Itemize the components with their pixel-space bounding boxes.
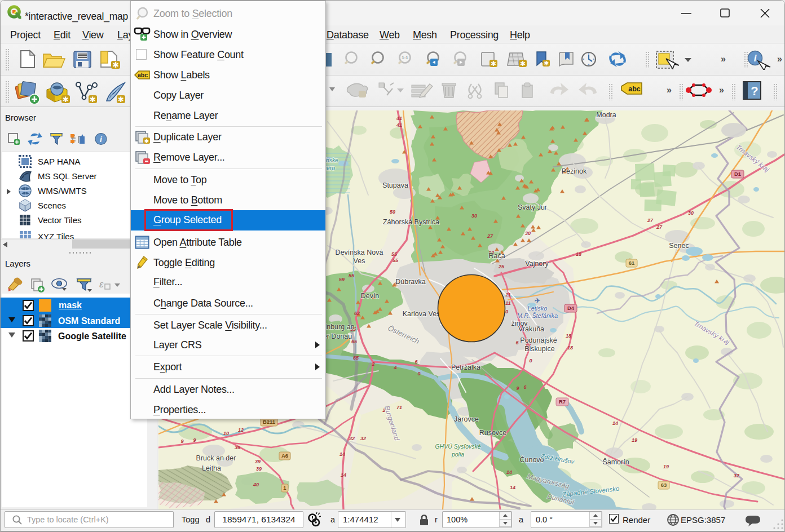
- svg-text:55: 55: [349, 273, 355, 278]
- svg-text:polia: polia: [451, 451, 464, 458]
- svg-text:55: 55: [392, 258, 399, 263]
- svg-text:Jarovce: Jarovce: [454, 415, 479, 423]
- svg-text:Vrakuňa: Vrakuňa: [518, 325, 544, 333]
- svg-text:Svätý Jur: Svätý Jur: [518, 203, 547, 211]
- svg-text:Ves: Ves: [354, 257, 365, 265]
- svg-text:Karlova Ves: Karlova Ves: [403, 310, 440, 318]
- svg-text:10: 10: [223, 431, 229, 436]
- svg-text:Podunajské: Podunajské: [520, 336, 557, 344]
- svg-text:40: 40: [253, 482, 259, 487]
- svg-text:59: 59: [339, 277, 345, 282]
- svg-text:B211: B211: [263, 419, 276, 425]
- svg-text:32: 32: [360, 436, 366, 441]
- svg-text:27: 27: [647, 218, 654, 223]
- svg-text:36: 36: [235, 445, 241, 450]
- svg-text:R7: R7: [559, 398, 566, 405]
- svg-text:✱: ✱: [90, 95, 96, 104]
- svg-text:25: 25: [498, 264, 505, 269]
- svg-text:✱: ✱: [112, 60, 119, 69]
- svg-text:abc: abc: [628, 85, 641, 93]
- svg-text:2: 2: [371, 361, 374, 367]
- svg-text:Stupava: Stupava: [382, 181, 408, 189]
- svg-text:41: 41: [396, 116, 402, 121]
- svg-text:Letisko: Letisko: [528, 305, 548, 312]
- svg-text:11: 11: [505, 300, 510, 306]
- svg-text:Záhorská Bystrica: Záhorská Bystrica: [383, 218, 439, 226]
- svg-text:Vajnory: Vajnory: [525, 260, 549, 268]
- svg-text:Rača: Rača: [488, 252, 505, 260]
- svg-text:30: 30: [688, 210, 694, 216]
- svg-text:9: 9: [180, 438, 183, 444]
- svg-text:71: 71: [396, 405, 402, 410]
- svg-text:✱: ✱: [144, 138, 149, 144]
- svg-text:A6: A6: [281, 453, 288, 459]
- svg-text:Petržalka: Petržalka: [451, 363, 480, 371]
- svg-text:39: 39: [255, 459, 261, 464]
- svg-text:9: 9: [193, 437, 196, 443]
- svg-text:18: 18: [566, 333, 571, 339]
- svg-text:9: 9: [516, 385, 519, 391]
- svg-text:D4: D4: [567, 305, 575, 311]
- svg-text:Šamorín: Šamorín: [602, 458, 629, 466]
- svg-text:M.R. Štefánika: M.R. Štefánika: [517, 312, 558, 319]
- svg-text:Modra: Modra: [596, 111, 616, 119]
- svg-text:61: 61: [629, 260, 635, 266]
- svg-text:✱: ✱: [520, 60, 526, 68]
- svg-text:?: ?: [751, 84, 758, 98]
- svg-text:Leitha: Leitha: [202, 464, 221, 472]
- svg-text:27: 27: [487, 233, 493, 239]
- svg-text:Devínska Nová: Devínska Nová: [336, 249, 383, 256]
- svg-text:✱: ✱: [544, 60, 549, 66]
- svg-text:14: 14: [612, 420, 618, 426]
- svg-text:62: 62: [354, 311, 360, 316]
- svg-text:ε: ε: [99, 279, 104, 290]
- svg-text:14: 14: [506, 469, 512, 475]
- svg-text:»: »: [777, 54, 782, 64]
- svg-text:ainburg an: ainburg an: [321, 323, 354, 331]
- svg-text:0: 0: [529, 358, 532, 363]
- svg-text:»: »: [721, 54, 726, 64]
- svg-text:Devín: Devín: [361, 292, 380, 300]
- svg-text:32: 32: [349, 436, 355, 441]
- svg-text:»: »: [719, 85, 724, 95]
- svg-text:65: 65: [353, 355, 359, 361]
- svg-text:41: 41: [396, 122, 402, 128]
- svg-text:Senec: Senec: [669, 242, 689, 250]
- svg-text:✱: ✱: [118, 95, 124, 104]
- svg-text:✱: ✱: [63, 95, 69, 104]
- svg-text:14: 14: [510, 485, 515, 490]
- svg-text:18: 18: [576, 251, 581, 257]
- svg-text:50: 50: [390, 209, 395, 215]
- svg-text:Bruck an der: Bruck an der: [196, 454, 236, 462]
- svg-text:Dúbravka: Dúbravka: [395, 278, 426, 286]
- svg-text:19: 19: [663, 464, 669, 469]
- svg-text:39: 39: [256, 466, 262, 472]
- svg-text:1: 1: [283, 485, 286, 491]
- svg-text:14: 14: [339, 451, 345, 457]
- svg-text:14: 14: [341, 472, 346, 478]
- svg-text:32: 32: [734, 473, 739, 478]
- svg-text:D1: D1: [734, 171, 742, 177]
- svg-text:30: 30: [525, 230, 531, 236]
- svg-text:0: 0: [417, 371, 420, 376]
- svg-text:Pezinok: Pezinok: [562, 167, 587, 175]
- svg-text:19: 19: [632, 437, 637, 443]
- svg-text:✱: ✱: [491, 60, 496, 68]
- svg-text:18: 18: [567, 345, 573, 351]
- svg-text:Rusovce: Rusovce: [479, 429, 507, 437]
- svg-text:30: 30: [471, 213, 477, 219]
- svg-text:12: 12: [238, 427, 244, 433]
- svg-text:4: 4: [393, 365, 396, 370]
- svg-text:✈: ✈: [535, 296, 541, 305]
- svg-text:»: »: [667, 85, 672, 95]
- svg-text:11: 11: [505, 292, 510, 298]
- svg-text:65: 65: [351, 339, 358, 344]
- svg-text:27: 27: [656, 224, 663, 230]
- svg-text:1:1: 1:1: [402, 55, 408, 60]
- svg-text:63: 63: [661, 482, 667, 488]
- svg-text:Biskupice: Biskupice: [524, 345, 555, 353]
- svg-text:55: 55: [391, 251, 398, 257]
- svg-text:abc: abc: [138, 72, 148, 78]
- svg-text:GHVÚ Sysľovské: GHVÚ Sysľovské: [435, 443, 480, 450]
